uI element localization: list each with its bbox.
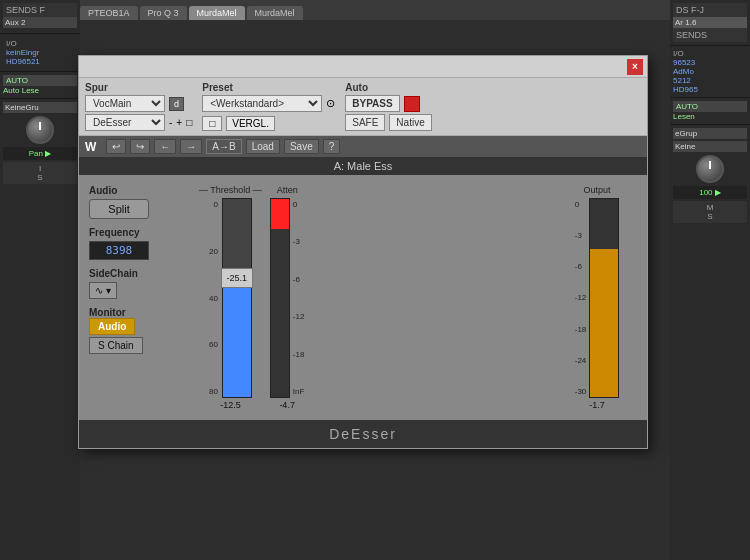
top-tabs: PTEOB1A Pro Q 3 MurdaMel MurdaMel [0,0,750,20]
auto-header-label: Auto [345,82,431,93]
waves-logo: W [85,140,96,154]
io-label-left: I/O [6,39,74,48]
tab-proq3[interactable]: Pro Q 3 [140,6,187,20]
filter-arrow: ▾ [106,285,111,296]
right-panel: Output 0 -3 -6 -12 -18 -24 -30 -1 [557,185,637,410]
track-m-btn-right[interactable]: M [675,203,745,212]
io-val3-right: 5212 [673,76,747,85]
left-panel: Audio Split Frequency 8398 SideChain ∿ ▾… [89,185,189,410]
plugin-body: Audio Split Frequency 8398 SideChain ∿ ▾… [79,175,647,420]
load-button[interactable]: Load [246,139,280,154]
safe-button[interactable]: SAFE [345,114,385,131]
back-button[interactable]: ← [154,139,176,154]
auto-val-right: Lesen [673,112,747,121]
preset-arrow-icon: ⊙ [326,97,335,110]
pan-knob-right[interactable] [696,155,724,183]
threshold-group: — Threshold — 0 20 40 60 80 [199,185,262,410]
toolbar: W ↩ ↪ ← → A→B Load Save ? [79,136,647,157]
threshold-scale-left: 0 20 40 60 80 [209,198,218,398]
deesser-select[interactable]: DeEsser [85,114,165,131]
sends-label: SENDS F [3,3,77,17]
atten-group: Atten 0 -3 -6 -12 -18 InF [270,185,305,410]
close-button[interactable]: × [627,59,643,75]
atten-label: Atten [277,185,298,195]
spur-select[interactable]: VocMain [85,95,165,112]
threshold-value: -25.1 [227,273,248,283]
output-scale: 0 -3 -6 -12 -18 -24 -30 [575,198,587,398]
undo-button[interactable]: ↩ [106,139,126,154]
native-button[interactable]: Native [389,114,431,131]
output-bottom-value: -1.7 [589,400,605,410]
io-val2-left: HD96521 [6,57,74,66]
output-label: Output [583,185,610,195]
slider-fill [223,278,251,397]
save-button[interactable]: Save [284,139,319,154]
vol-label-right: 100 ▶ [673,186,747,199]
frequency-display: 8398 [89,241,149,260]
plugin-footer: DeEsser [79,420,647,448]
monitor-label: Monitor [89,307,189,318]
copy-icon: □ [186,117,192,128]
track-s-btn-right[interactable]: S [675,212,745,221]
pan-label-left: Pan ▶ [3,147,77,160]
ab-button[interactable]: A→B [206,139,241,154]
sidechain-section: SideChain ∿ ▾ [89,268,189,299]
auto-section: Auto BYPASS SAFE Native [345,82,431,131]
filter-button[interactable]: ∿ ▾ [89,282,117,299]
track-i-btn-left[interactable]: I [5,164,75,173]
monitor-section: Monitor Audio S Chain [89,307,189,354]
atten-fill [271,199,289,229]
frequency-label: Frequency [89,227,189,238]
help-button[interactable]: ? [323,139,341,154]
left-track-strip: SENDS F Aux 2 I/O keinEingr HD96521 AUTO… [0,0,80,560]
preset-select[interactable]: <Werkstandard> [202,95,322,112]
tab-murdamel2[interactable]: MurdaMel [247,6,303,20]
aux-label: Aux 2 [3,17,77,28]
atten-bottom-value: -4.7 [279,400,295,410]
output-meter [589,198,619,398]
output-fill [590,249,618,398]
footer-title: DeEsser [329,426,397,442]
copy-preset-btn[interactable]: □ [202,116,222,131]
sends2-label-right: SENDS [673,28,747,42]
atten-meter [270,198,290,398]
atten-scale: 0 -3 -6 -12 -18 InF [293,198,305,398]
audio-section: Audio Split [89,185,189,219]
io-val1-right: 96523 [673,58,747,67]
io-val2-right: AdMo [673,67,747,76]
schain-monitor-button[interactable]: S Chain [89,337,143,354]
vergl-button[interactable]: VERGL. [226,116,275,131]
slider-handle[interactable]: -25.1 [221,268,253,288]
redo-button[interactable]: ↪ [130,139,150,154]
group-label-right: eGrup [673,128,747,139]
threshold-bottom-value: -12.5 [220,400,241,410]
preset-label: Preset [202,82,335,93]
threshold-slider[interactable]: -25.1 [222,198,252,398]
group-label-left: KeineGru [3,102,77,113]
plus-icon: + [176,117,182,128]
frequency-section: Frequency 8398 [89,227,189,260]
tab-pteob1a[interactable]: PTEOB1A [80,6,138,20]
forward-button[interactable]: → [180,139,202,154]
sidechain-label: SideChain [89,268,189,279]
group2-label-right: Keine [673,141,747,152]
filter-icon: ∿ [95,285,103,296]
io-label-right: I/O [673,49,747,58]
track-s-btn-left[interactable]: S [5,173,75,182]
split-button[interactable]: Split [89,199,149,219]
d-button[interactable]: d [169,97,184,111]
pan-knob-left[interactable] [26,116,54,144]
sends-label-right: DS F-J [673,3,747,17]
plugin-window: × Spur VocMain d DeEsser - + □ [78,55,648,449]
tab-murdamel1[interactable]: MurdaMel [189,6,245,20]
auto-label-right: AUTO [673,101,747,112]
ar-label: Ar 1.6 [673,17,747,28]
io-val4-right: HD965 [673,85,747,94]
threshold-arrows: — Threshold — [199,185,262,195]
preset-name-bar: A: Male Ess [79,157,647,175]
bypass-button[interactable]: BYPASS [345,95,399,112]
auto-val-left: Auto Lese [3,86,77,95]
active-indicator [404,96,420,112]
audio-label: Audio [89,185,189,196]
audio-monitor-button[interactable]: Audio [89,318,135,335]
